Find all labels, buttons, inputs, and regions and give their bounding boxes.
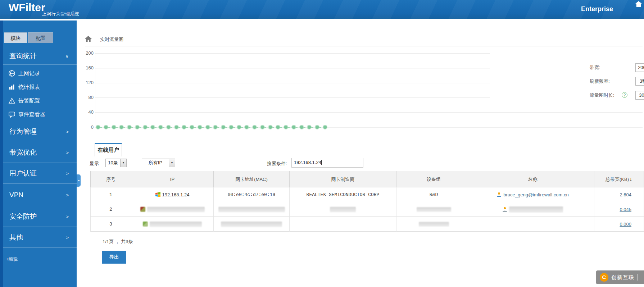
sidebar-section-security[interactable]: 安全防护 > (3, 206, 77, 227)
dropdown-arrow-icon[interactable]: ▼ (169, 159, 175, 167)
chevron-right-icon: > (66, 150, 69, 155)
y-tick-label: 40 (80, 109, 94, 115)
watermark: C 创新互联 (596, 270, 644, 284)
edition-label: Enterprise (581, 5, 613, 13)
sidebar-tab-config[interactable]: 配置 (28, 32, 53, 43)
ip-scope-select[interactable]: 所有IP ▼ (142, 159, 175, 167)
col-header-vendor[interactable]: 网卡制造商 (290, 171, 396, 187)
sidebar-section-behavior-mgmt[interactable]: 行为管理 > (3, 122, 77, 142)
table-row: 3 0.000 (90, 217, 644, 232)
select-value: 10条 (106, 159, 120, 167)
y-tick-label: 80 (80, 95, 94, 100)
chart-panel-border (85, 46, 643, 46)
sidebar-section-user-auth[interactable]: 用户认证 > (3, 163, 77, 184)
series-marker (190, 126, 194, 129)
series-marker (175, 126, 178, 129)
gridline (95, 112, 643, 113)
y-tick-label: 120 (80, 80, 94, 85)
select-value: 30秒 (636, 91, 644, 99)
series-marker (253, 126, 256, 129)
page-size-select[interactable]: 10条 ▼ (105, 159, 127, 167)
export-button[interactable]: 导出 (102, 251, 126, 264)
sort-down-icon: ↓ (629, 177, 632, 182)
page-title: 实时流量图 (100, 36, 123, 43)
refresh-select[interactable]: 3秒 ▼ (635, 77, 644, 86)
chevron-right-icon: > (66, 129, 69, 135)
sidebar-section-bandwidth-opt[interactable]: 带宽优化 > (3, 142, 77, 163)
cell-group-masked (396, 202, 471, 217)
watermark-text: 创新互联 (611, 274, 634, 281)
bandwidth-select[interactable]: 200Mb ▼ (635, 63, 644, 72)
wfilter-app: WFilter 上网行为管理系统 Enterprise 模块 配置 查询统计 ∨… (0, 0, 644, 287)
watermark-logo-icon: C (600, 273, 608, 282)
col-header-ip[interactable]: IP (131, 171, 214, 187)
series-marker (245, 126, 248, 129)
duration-select[interactable]: 30秒 ▼ (635, 91, 644, 100)
duration-row: 流量图时长: ? 30秒 ▼ (490, 90, 644, 100)
online-users-table: 序号 IP 网卡地址(MAC) 网卡制造商 设备组 名称 总带宽(KB)↓ 1 (90, 171, 644, 232)
col-header-mac[interactable]: 网卡地址(MAC) (214, 171, 290, 187)
select-value: 200Mb (636, 64, 644, 72)
sidebar-section-query-stats[interactable]: 查询统计 ∨ (3, 47, 77, 65)
sidebar: 模块 配置 查询统计 ∨ 上网记录 统计报表 (0, 20, 77, 287)
search-input[interactable]: 192.168.1.24 (291, 158, 363, 168)
chevron-right-icon: > (66, 214, 69, 219)
series-marker (104, 126, 108, 129)
os-icon-masked (140, 207, 145, 212)
section-label: 带宽优化 (9, 148, 37, 157)
bandwidth-link[interactable]: 0.000 (620, 222, 631, 227)
event-viewer-icon (8, 111, 15, 118)
bandwidth-link[interactable]: 0.045 (620, 207, 631, 212)
cell-mac: 00:e0:4c:d7:e0:19 (214, 187, 290, 202)
tab-online-users[interactable]: 在线用户 (95, 143, 122, 156)
duration-label: 流量图时长: (590, 92, 614, 99)
pagination-info: 1/1页 ， 共3条 (103, 238, 133, 245)
item-label: 统计报表 (18, 84, 40, 91)
main-content: 实时流量图 200 160 120 80 40 0 带宽: 200Mb ▼ (80, 20, 644, 287)
sidebar-tab-modules[interactable]: 模块 (4, 32, 27, 43)
user-icon (502, 207, 507, 212)
help-question-icon[interactable]: ? (622, 92, 627, 98)
series-marker (292, 126, 295, 129)
col-header-label: 总带宽(KB) (606, 177, 629, 182)
sidebar-edit-link[interactable]: +编辑 (6, 256, 18, 263)
search-value: 192.168.1.24 (294, 160, 321, 165)
select-value: 3秒 (636, 77, 644, 85)
series-marker (198, 126, 201, 129)
text-caret (321, 160, 322, 165)
series-marker (96, 126, 100, 129)
sidebar-item-stat-reports[interactable]: 统计报表 (3, 80, 77, 94)
y-tick-label: 160 (80, 65, 94, 70)
cell-ip-masked (131, 202, 214, 217)
cell-group: R&D (396, 187, 471, 202)
item-label: 上网记录 (18, 70, 40, 77)
sidebar-section-vpn[interactable]: VPN > (3, 184, 77, 206)
masked-value (221, 222, 282, 227)
cell-bandwidth: 0.045 (594, 202, 644, 217)
ip-value: 192.168.1.24 (162, 192, 190, 197)
series-marker (323, 126, 327, 129)
sidebar-item-event-viewer[interactable]: 事件查看器 (3, 108, 77, 121)
breadcrumb-home-icon[interactable] (85, 36, 92, 42)
bandwidth-link[interactable]: 2.604 (620, 192, 631, 197)
sidebar-item-web-records[interactable]: 上网记录 (3, 67, 77, 80)
cell-vendor-masked (290, 202, 396, 217)
sidebar-section-other[interactable]: 其他 > (3, 227, 77, 248)
col-header-no[interactable]: 序号 (90, 171, 131, 187)
refresh-row: 刷新频率: 3秒 ▼ (490, 76, 644, 86)
series-marker (112, 126, 115, 129)
cell-no: 2 (90, 202, 131, 217)
home-icon[interactable] (635, 1, 642, 7)
dropdown-arrow-icon[interactable]: ▼ (120, 159, 126, 167)
col-header-group[interactable]: 设备组 (396, 171, 471, 187)
cell-vendor: REALTEK SEMICONDUCTOR CORP (290, 187, 396, 202)
browser-e-icon (8, 70, 15, 77)
col-header-bandwidth[interactable]: 总带宽(KB)↓ (594, 171, 644, 187)
col-header-name[interactable]: 名称 (471, 171, 594, 187)
section-label: 安全防护 (9, 212, 37, 221)
sidebar-collapse-handle[interactable]: ◄ (77, 174, 81, 187)
user-name-link[interactable]: bruce_geng@imfirewall.com.cn (503, 192, 569, 197)
section-label: 行为管理 (9, 127, 37, 136)
sidebar-item-alert-config[interactable]: 告警配置 (3, 94, 77, 108)
section-label: VPN (9, 191, 23, 199)
